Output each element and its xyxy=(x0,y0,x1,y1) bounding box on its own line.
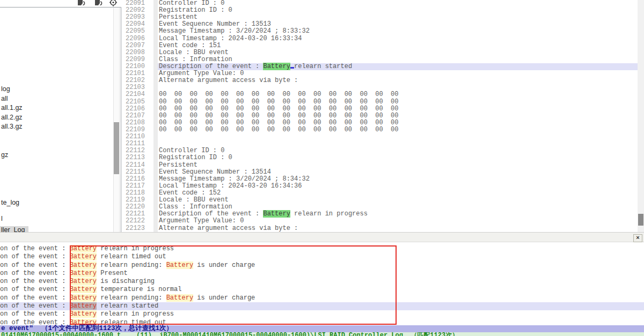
locate-target-icon[interactable] xyxy=(108,0,118,7)
gutter-margin xyxy=(153,7,158,14)
search-result-row[interactable]: on of the event : Battery relearn pendin… xyxy=(0,294,644,302)
gutter-margin xyxy=(153,204,158,211)
sidebar-file-item[interactable]: all.3.gz xyxy=(0,123,26,131)
gutter-margin xyxy=(153,99,158,106)
gutter-margin xyxy=(153,91,158,98)
line-number: 22104 xyxy=(123,91,153,98)
line-text xyxy=(158,133,638,140)
result-prefix: on of the event : xyxy=(0,310,70,318)
editor-scrollbar-thumb[interactable] xyxy=(638,214,643,226)
editor-scrollbar[interactable] xyxy=(638,0,644,232)
gutter-margin xyxy=(153,154,158,161)
gutter-margin xyxy=(153,126,158,133)
text-caret xyxy=(290,67,294,69)
gutter-margin xyxy=(153,183,158,190)
result-prefix: on of the event : xyxy=(0,278,70,285)
line-text: Local Timestamp : 2024-03-20 16:34:36 xyxy=(158,183,638,190)
result-match: Battery xyxy=(70,245,97,252)
close-icon: × xyxy=(636,234,639,241)
results-panel-header: × xyxy=(0,232,644,242)
search-summary-text: e event" （1个文件中匹配到1123次，总计查找1次） xyxy=(1,325,173,332)
sidebar-file-item[interactable]: ller_Log xyxy=(0,226,28,232)
find-in-files-icon[interactable] xyxy=(76,0,86,7)
result-prefix: on of the event : xyxy=(0,270,70,277)
gutter-margin xyxy=(153,147,158,154)
search-results-panel: on of the event : Battery relearn in pro… xyxy=(0,242,644,328)
sidebar-scrollbar-thumb[interactable] xyxy=(114,122,119,174)
result-match: Battery xyxy=(70,302,97,310)
close-results-button[interactable]: × xyxy=(633,234,642,242)
result-match: Battery xyxy=(70,253,97,260)
gutter-margin xyxy=(153,21,158,28)
search-result-row[interactable]: on of the event : Battery is discharging xyxy=(0,278,644,286)
gutter-margin xyxy=(153,56,158,63)
gutter-margin xyxy=(153,190,158,197)
search-result-row[interactable]: on of the event : Battery relearn pendin… xyxy=(0,262,644,270)
result-prefix: on of the event : xyxy=(0,262,70,269)
sidebar-file-item[interactable]: gz xyxy=(0,151,12,159)
result-prefix: on of the event : xyxy=(0,294,70,302)
gutter-margin xyxy=(153,49,158,56)
sidebar-file-item[interactable]: all.1.gz xyxy=(0,104,26,112)
line-number: 22106 xyxy=(123,106,153,113)
sidebar-file-label: te_log xyxy=(0,199,23,207)
search-result-row[interactable]: on of the event : Battery temperature is… xyxy=(0,286,644,294)
sidebar-file-item[interactable]: all xyxy=(0,95,12,103)
gutter-margin xyxy=(153,162,158,169)
line-text: Alternate argument access via byte : xyxy=(158,225,638,232)
status-bar: e event" （1个文件中匹配到1123次，总计查找1次） xyxy=(0,325,644,332)
gutter-margin xyxy=(153,169,158,176)
result-match: Battery xyxy=(70,270,97,277)
search-result-row[interactable]: on of the event : Battery relearn in pro… xyxy=(0,310,644,318)
line-number: 22115 xyxy=(123,169,153,176)
gutter-margin xyxy=(153,28,158,35)
result-prefix: on of the event : xyxy=(0,245,70,252)
line-text xyxy=(158,140,638,147)
line-number: 22117 xyxy=(123,183,153,190)
result-prefix: on of the event : xyxy=(0,302,70,310)
match-file-path-line: 01410M617000015-00040000-1600.t (11) iB7… xyxy=(0,332,644,336)
sidebar-file-label: all.2.gz xyxy=(0,114,26,122)
line-number: 22108 xyxy=(123,120,153,126)
gutter-margin xyxy=(153,42,158,49)
line-number: 22113 xyxy=(123,154,153,161)
sidebar-file-item[interactable]: all.2.gz xyxy=(0,114,26,122)
sidebar-file-item[interactable]: l xyxy=(0,215,6,223)
search-result-row[interactable]: on of the event : Battery relearn starte… xyxy=(0,302,644,310)
search-result-row[interactable]: on of the event : Battery relearn timed … xyxy=(0,253,644,261)
sidebar-file-label: log xyxy=(0,85,14,93)
gutter-margin xyxy=(153,133,158,140)
search-result-row[interactable]: on of the event : Battery relearn in pro… xyxy=(0,245,644,253)
line-text: 00 00 00 00 00 00 00 00 00 00 00 00 00 0… xyxy=(158,126,638,133)
result-prefix: on of the event : xyxy=(0,286,70,293)
result-match: Battery xyxy=(70,286,97,293)
line-number: 22095 xyxy=(123,28,153,35)
gutter-margin xyxy=(153,70,158,77)
editor-line: 22092 Registration ID : 0 xyxy=(123,7,638,14)
sidebar-file-label: ller_Log xyxy=(0,226,28,232)
line-number: 22123 xyxy=(123,225,153,232)
match-file-path-text: 01410M617000015-00040000-1600.t (11) iB7… xyxy=(1,332,458,336)
sidebar-scrollbar[interactable] xyxy=(113,8,120,232)
gutter-margin xyxy=(153,218,158,225)
line-text: Event code : 151 xyxy=(158,42,638,49)
sidebar-file-label: all.1.gz xyxy=(0,104,26,112)
sidebar-file-item[interactable]: log xyxy=(0,85,14,93)
search-result-row[interactable]: on of the event : Battery Present xyxy=(0,270,644,278)
log-editor[interactable]: 22091 Controller ID : 0 22092 Registrati… xyxy=(123,0,638,232)
gutter-margin xyxy=(153,113,158,120)
gutter-margin xyxy=(153,77,158,84)
sidebar-file-item[interactable]: te_log xyxy=(0,199,23,207)
find-in-files-2-icon[interactable] xyxy=(93,0,103,7)
line-number: 22105 xyxy=(123,99,153,106)
gutter-margin xyxy=(153,63,158,70)
result-prefix: on of the event : xyxy=(0,253,70,260)
result-match: Battery xyxy=(70,278,97,285)
gutter-margin xyxy=(153,14,158,21)
result-match-2: Battery xyxy=(166,262,193,269)
line-number: 22098 xyxy=(123,49,153,56)
editor-line: 22113 Registration ID : 0 xyxy=(123,154,638,161)
result-match: Battery xyxy=(70,262,97,269)
search-match-highlight: Battery xyxy=(263,63,290,70)
line-text: Alternate argument access via byte : xyxy=(158,77,638,84)
